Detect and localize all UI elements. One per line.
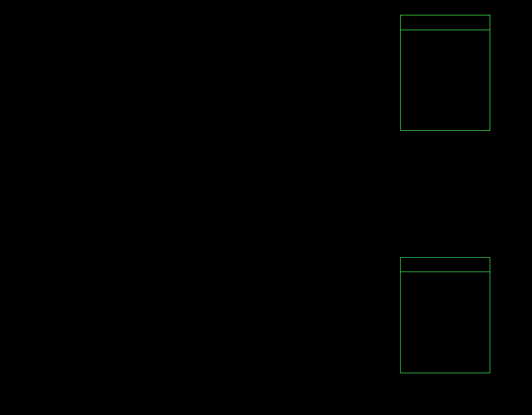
autoscala-output-table	[400, 15, 490, 131]
aip-table-header	[401, 258, 490, 272]
aip-output-table	[400, 257, 490, 373]
autoscala-window	[0, 0, 532, 415]
autoscala-table-header	[401, 15, 490, 30]
